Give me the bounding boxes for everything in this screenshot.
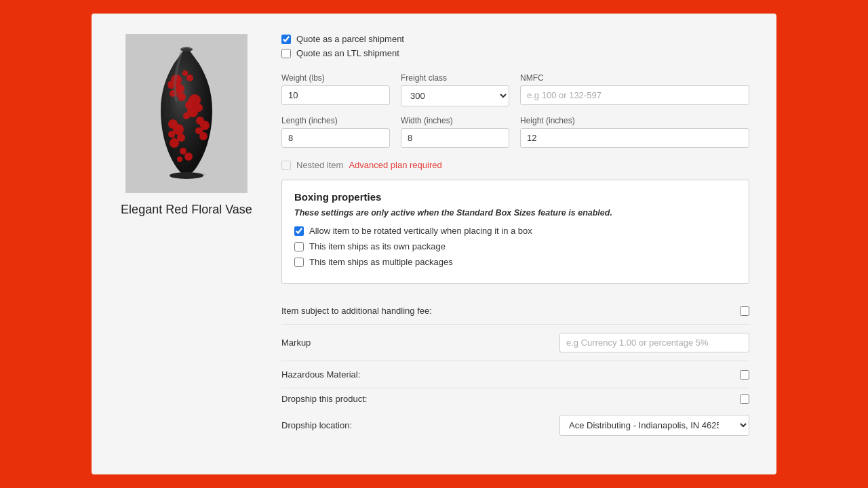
rotate-vertical-label: Allow item to be rotated vertically when… [309, 226, 532, 236]
nmfc-input[interactable] [520, 85, 749, 105]
quote-parcel-row: Quote as a parcel shipment [281, 34, 749, 44]
svg-point-27 [180, 148, 186, 155]
dropship-location-row: Dropship location: Ace Distributing - In… [281, 409, 749, 441]
length-group: Length (inches) [281, 116, 390, 148]
hazardous-label: Hazardous Material: [281, 369, 360, 380]
markup-row: Markup [281, 325, 749, 361]
dropship-row: Dropship this product: [281, 388, 749, 409]
weight-label: Weight (lbs) [281, 73, 390, 83]
markup-label: Markup [281, 338, 311, 348]
nmfc-label: NMFC [520, 73, 749, 83]
boxing-checkbox-row-1: Allow item to be rotated vertically when… [294, 226, 736, 236]
svg-point-12 [183, 113, 190, 119]
dropship-label: Dropship this product: [281, 394, 367, 404]
product-image [125, 34, 248, 193]
length-input[interactable] [281, 128, 390, 148]
right-panel: Quote as a parcel shipment Quote as an L… [281, 34, 749, 447]
nmfc-group: NMFC [520, 73, 749, 106]
freight-class-select[interactable]: 300 50 55 60 65 70 77.5 85 92.5 100 110 … [401, 85, 509, 106]
rotate-vertical-checkbox[interactable] [294, 226, 304, 236]
boxing-checkbox-row-3: This item ships as multiple packages [294, 257, 736, 267]
handling-fee-label: Item subject to additional handling fee: [281, 306, 432, 316]
svg-point-23 [199, 132, 208, 140]
nested-item-label: Nested item [296, 160, 343, 170]
width-input[interactable] [401, 128, 509, 148]
product-title: Elegant Red Floral Vase [121, 203, 252, 217]
nested-item-row: Nested item Advanced plan required [281, 160, 749, 170]
freight-class-label: Freight class [401, 73, 509, 83]
handling-fee-row: Item subject to additional handling fee: [281, 298, 749, 324]
weight-group: Weight (lbs) [281, 73, 390, 106]
height-group: Height (inches) [520, 116, 749, 148]
svg-point-26 [186, 75, 193, 81]
quote-parcel-checkbox[interactable] [281, 35, 291, 44]
own-package-label: This item ships as its own package [309, 241, 446, 251]
boxing-checkbox-row-2: This item ships as its own package [294, 241, 736, 251]
svg-point-28 [184, 152, 193, 161]
length-label: Length (inches) [281, 116, 390, 125]
dropship-checkbox[interactable] [740, 394, 749, 404]
weight-input[interactable] [281, 85, 390, 105]
height-label: Height (inches) [520, 116, 749, 125]
nested-item-checkbox[interactable] [281, 161, 291, 170]
quote-parcel-label: Quote as a parcel shipment [296, 34, 404, 44]
height-input[interactable] [520, 128, 749, 148]
markup-input[interactable] [559, 333, 749, 352]
width-label: Width (inches) [401, 116, 509, 125]
boxing-title: Boxing properties [294, 191, 736, 203]
main-card: Elegant Red Floral Vase Quote as a parce… [92, 14, 776, 474]
hazardous-row: Hazardous Material: [281, 361, 749, 388]
multiple-packages-label: This item ships as multiple packages [309, 257, 453, 267]
multiple-packages-checkbox[interactable] [294, 258, 304, 267]
boxing-properties-box: Boxing properties These settings are onl… [281, 180, 749, 284]
svg-point-29 [177, 157, 182, 162]
fields-section: Weight (lbs) Freight class 300 50 55 60 … [281, 73, 749, 157]
svg-point-18 [170, 138, 179, 148]
width-group: Width (inches) [401, 116, 509, 148]
additional-section: Item subject to additional handling fee:… [281, 298, 749, 441]
left-panel: Elegant Red Floral Vase [119, 34, 254, 447]
own-package-checkbox[interactable] [294, 242, 304, 251]
boxing-subtitle: These settings are only active when the … [294, 208, 736, 218]
vase-illustration [139, 43, 234, 185]
quote-ltl-row: Quote as an LTL shipment [281, 48, 749, 58]
fields-row-1: Weight (lbs) Freight class 300 50 55 60 … [281, 73, 749, 106]
freight-class-group: Freight class 300 50 55 60 65 70 77.5 85… [401, 73, 509, 106]
quote-ltl-label: Quote as an LTL shipment [296, 48, 399, 58]
hazardous-checkbox[interactable] [740, 370, 749, 380]
advanced-plan-badge: Advanced plan required [349, 160, 441, 170]
fields-row-2: Length (inches) Width (inches) Height (i… [281, 116, 749, 148]
dropship-location-select[interactable]: Ace Distributing - Indianapolis, IN 4625… [559, 415, 749, 436]
handling-fee-checkbox[interactable] [740, 306, 749, 316]
quote-ltl-checkbox[interactable] [281, 49, 291, 58]
svg-point-31 [170, 172, 203, 179]
svg-point-25 [182, 70, 188, 76]
dropship-location-label: Dropship location: [281, 420, 352, 430]
